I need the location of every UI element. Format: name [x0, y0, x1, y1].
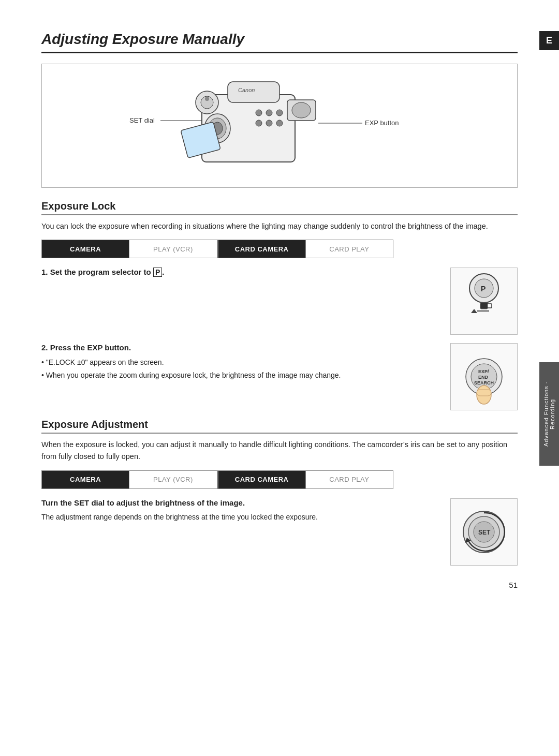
- page-number: 51: [509, 581, 518, 589]
- step-1-text: 1. Set the program selector to P.: [41, 268, 440, 281]
- page-title: Adjusting Exposure Manually: [41, 31, 518, 53]
- set-dial-heading: Turn the SET dial to adjust the brightne…: [41, 498, 440, 507]
- mode-bar-1: CAMERA PLAY (VCR) CARD CAMERA CARD PLAY: [41, 240, 393, 258]
- svg-text:EXP/: EXP/: [478, 369, 489, 374]
- svg-point-15: [276, 120, 283, 126]
- svg-point-12: [276, 110, 283, 116]
- bullet-1: "E.LOCK ±0" appears on the screen.: [41, 356, 440, 369]
- set-dial-body: The adjustment range depends on the brig…: [41, 511, 440, 524]
- set-dial-image: SET: [450, 498, 518, 566]
- svg-text:EXP button: EXP button: [365, 119, 399, 127]
- svg-text:SEARCH: SEARCH: [474, 380, 494, 386]
- exposure-lock-heading: Exposure Lock: [41, 200, 518, 215]
- step-1: 1. Set the program selector to P. P: [41, 268, 518, 335]
- exposure-adjustment-body: When the exposure is locked, you can adj…: [41, 439, 518, 463]
- exposure-lock-body: You can lock the exposure when recording…: [41, 220, 518, 232]
- svg-rect-35: [477, 390, 491, 396]
- mode-camera-2: CAMERA: [42, 471, 129, 488]
- program-selector-svg: P: [455, 273, 512, 330]
- mode-card-play-2: CARD PLAY: [306, 471, 393, 488]
- step-2-heading: 2. Press the EXP button.: [41, 343, 440, 352]
- exposure-adjustment-heading: Exposure Adjustment: [41, 419, 518, 434]
- svg-text:SET: SET: [478, 529, 491, 536]
- svg-point-18: [205, 97, 209, 101]
- exposure-adjustment-section: Exposure Adjustment When the exposure is…: [41, 419, 518, 565]
- svg-text:P: P: [481, 285, 486, 293]
- svg-point-10: [256, 110, 262, 116]
- svg-text:Canon: Canon: [238, 87, 255, 93]
- camera-diagram: SET dial: [41, 64, 518, 188]
- svg-point-8: [292, 102, 311, 118]
- mode-card-camera-2: CARD CAMERA: [218, 471, 306, 488]
- mode-bar-2: CAMERA PLAY (VCR) CARD CAMERA CARD PLAY: [41, 470, 393, 489]
- mode-card-play-1: CARD PLAY: [306, 240, 393, 258]
- svg-point-13: [256, 120, 262, 126]
- step-2: 2. Press the EXP button. "E.LOCK ±0" app…: [41, 343, 518, 410]
- step-1-heading: 1. Set the program selector to P.: [41, 268, 440, 277]
- set-dial-svg: SET: [455, 503, 512, 560]
- step-2-bullets: "E.LOCK ±0" appears on the screen. When …: [41, 356, 440, 382]
- mode-camera-1: CAMERA: [42, 240, 129, 258]
- mode-play-vcr-2: PLAY (VCR): [129, 471, 217, 488]
- camera-svg: SET dial: [98, 74, 461, 177]
- mode-card-camera-1: CARD CAMERA: [218, 240, 306, 258]
- mode-play-vcr-1: PLAY (VCR): [129, 240, 217, 258]
- exp-button-svg: EXP/ END SEARCH: [455, 348, 512, 405]
- step-2-text: 2. Press the EXP button. "E.LOCK ±0" app…: [41, 343, 440, 382]
- step-2-image: EXP/ END SEARCH: [450, 343, 518, 410]
- set-dial-text: Turn the SET dial to adjust the brightne…: [41, 498, 440, 524]
- svg-marker-27: [471, 309, 477, 313]
- svg-text:END: END: [478, 375, 489, 380]
- exposure-lock-section: Exposure Lock You can lock the exposure …: [41, 200, 518, 410]
- svg-text:SET dial: SET dial: [129, 116, 155, 124]
- bullet-2: When you operate the zoom during exposur…: [41, 369, 440, 382]
- set-dial-step: Turn the SET dial to adjust the brightne…: [41, 498, 518, 566]
- svg-point-11: [266, 110, 272, 116]
- svg-point-14: [266, 120, 272, 126]
- step-1-image: P: [450, 268, 518, 335]
